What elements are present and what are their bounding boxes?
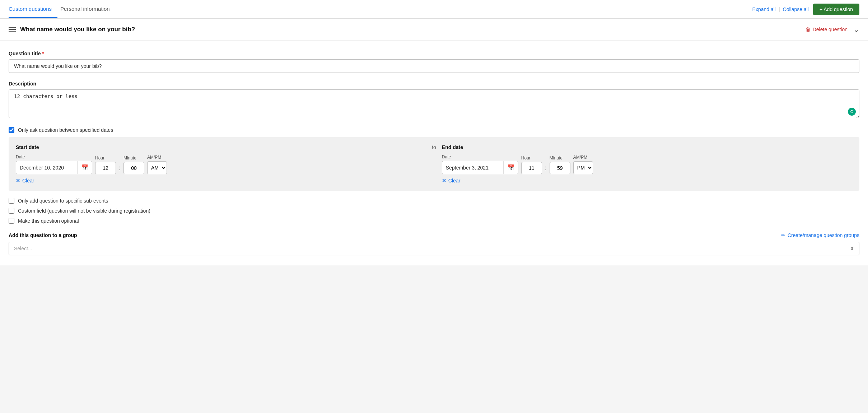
nav-tabs: Custom questions Personal information <box>9 0 118 18</box>
form-area: Question title * Description 12 characte… <box>0 41 868 265</box>
date-range-checkbox-row: Only ask question between specified date… <box>9 127 859 133</box>
custom-field-checkbox-row: Custom field (question will not be visib… <box>9 208 859 214</box>
end-hour-field-group: Hour <box>521 156 542 174</box>
create-manage-link[interactable]: ✏ Create/manage question groups <box>781 232 859 238</box>
expand-collapse-links: Expand all | Collapse all <box>752 6 809 12</box>
start-date-input[interactable] <box>16 162 77 173</box>
group-section: Add this question to a group ✏ Create/ma… <box>9 232 859 255</box>
drag-handle[interactable] <box>9 27 16 32</box>
end-ampm-field-group: AM/PM AM PM <box>573 155 593 174</box>
question-title-display: What name would you like on your bib? <box>20 26 135 33</box>
start-date-title: Start date <box>16 144 426 150</box>
end-date-calendar-button[interactable]: 📅 <box>503 161 518 174</box>
group-select-wrapper: Select... <box>9 242 859 255</box>
create-manage-label: Create/manage question groups <box>788 232 859 238</box>
question-header-left: What name would you like on your bib? <box>9 26 135 33</box>
end-minute-label: Minute <box>550 156 570 161</box>
start-hour-field-group: Hour <box>95 156 116 174</box>
add-question-button[interactable]: + Add question <box>813 4 859 15</box>
optional-checkbox-label[interactable]: Make this question optional <box>18 218 79 224</box>
group-section-header: Add this question to a group ✏ Create/ma… <box>9 232 859 238</box>
start-clear-label: Clear <box>22 178 34 184</box>
end-date-fields-row: Date 📅 Hour : Minute <box>442 154 852 174</box>
end-hour-input[interactable] <box>521 162 542 174</box>
sub-events-checkbox-label[interactable]: Only add question to specific sub-events <box>18 198 108 204</box>
trash-icon: 🗑 <box>806 27 811 32</box>
end-colon-separator: : <box>545 164 547 174</box>
date-range-checkbox[interactable] <box>9 127 14 133</box>
sub-events-checkbox[interactable] <box>9 198 14 204</box>
start-minute-field-group: Minute <box>123 156 144 174</box>
date-range-checkbox-label[interactable]: Only ask question between specified date… <box>18 127 113 133</box>
question-title-label: Question title * <box>9 51 859 56</box>
question-title-group: Question title * <box>9 51 859 73</box>
custom-field-checkbox-label[interactable]: Custom field (question will not be visib… <box>18 208 150 214</box>
start-date-block: Start date Date 📅 Hour <box>16 144 426 184</box>
bottom-checkboxes: Only add question to specific sub-events… <box>9 198 859 224</box>
start-clear-button[interactable]: ✕ Clear <box>16 178 34 184</box>
date-range-section: Start date Date 📅 Hour <box>9 137 859 191</box>
start-hour-input[interactable] <box>95 162 116 174</box>
end-clear-x-icon: ✕ <box>442 178 446 184</box>
start-clear-x-icon: ✕ <box>16 178 20 184</box>
delete-question-button[interactable]: 🗑 Delete question <box>806 27 848 32</box>
start-ampm-select[interactable]: AM PM <box>147 161 167 174</box>
end-clear-label: Clear <box>448 178 460 184</box>
to-text: to <box>432 144 436 154</box>
sub-events-checkbox-row: Only add question to specific sub-events <box>9 198 859 204</box>
grammarly-icon: G <box>848 108 856 116</box>
end-date-label: Date <box>442 154 518 159</box>
custom-field-checkbox[interactable] <box>9 208 14 214</box>
start-colon-separator: : <box>119 164 121 174</box>
description-label: Description <box>9 81 859 87</box>
end-ampm-label: AM/PM <box>573 155 593 160</box>
chevron-down-icon[interactable]: ⌄ <box>853 25 859 34</box>
start-date-calendar-button[interactable]: 📅 <box>77 161 92 174</box>
question-title-input[interactable] <box>9 59 859 73</box>
start-hour-label: Hour <box>95 156 116 161</box>
optional-checkbox-row: Make this question optional <box>9 218 859 224</box>
end-ampm-select[interactable]: AM PM <box>573 161 593 174</box>
end-date-block: End date Date 📅 Hour <box>442 144 852 184</box>
end-date-input-wrapper: 📅 <box>442 161 518 174</box>
divider: | <box>779 6 780 12</box>
description-textarea[interactable]: 12 characters or less <box>9 89 859 118</box>
tab-custom-questions[interactable]: Custom questions <box>9 0 57 18</box>
collapse-all-button[interactable]: Collapse all <box>783 6 809 12</box>
group-section-label: Add this question to a group <box>9 232 77 238</box>
tab-personal-information[interactable]: Personal information <box>60 0 116 18</box>
start-ampm-field-group: AM/PM AM PM <box>147 155 167 174</box>
date-range-grid: Start date Date 📅 Hour <box>16 144 852 184</box>
expand-all-button[interactable]: Expand all <box>752 6 776 12</box>
start-date-label: Date <box>16 154 92 159</box>
start-date-fields-row: Date 📅 Hour : Minute <box>16 154 426 174</box>
delete-question-label: Delete question <box>813 27 848 32</box>
question-header-right: 🗑 Delete question ⌄ <box>806 25 859 34</box>
required-star: * <box>42 51 44 56</box>
end-minute-input[interactable] <box>550 162 570 174</box>
main-content: What name would you like on your bib? 🗑 … <box>0 19 868 265</box>
end-hour-label: Hour <box>521 156 542 161</box>
end-date-field-group: Date 📅 <box>442 154 518 174</box>
start-minute-input[interactable] <box>123 162 144 174</box>
start-date-field-group: Date 📅 <box>16 154 92 174</box>
start-date-input-wrapper: 📅 <box>16 161 92 174</box>
optional-checkbox[interactable] <box>9 218 14 224</box>
end-date-input[interactable] <box>442 162 503 173</box>
group-select[interactable]: Select... <box>9 242 859 255</box>
description-group: Description 12 characters or less G <box>9 81 859 119</box>
start-ampm-label: AM/PM <box>147 155 167 160</box>
end-clear-button[interactable]: ✕ Clear <box>442 178 460 184</box>
end-minute-field-group: Minute <box>550 156 570 174</box>
question-header: What name would you like on your bib? 🗑 … <box>0 19 868 41</box>
top-nav: Custom questions Personal information Ex… <box>0 0 868 19</box>
pencil-icon: ✏ <box>781 232 785 238</box>
end-date-title: End date <box>442 144 852 150</box>
top-nav-right: Expand all | Collapse all + Add question <box>752 4 859 15</box>
start-minute-label: Minute <box>123 156 144 161</box>
description-textarea-wrapper: 12 characters or less G <box>9 89 859 119</box>
